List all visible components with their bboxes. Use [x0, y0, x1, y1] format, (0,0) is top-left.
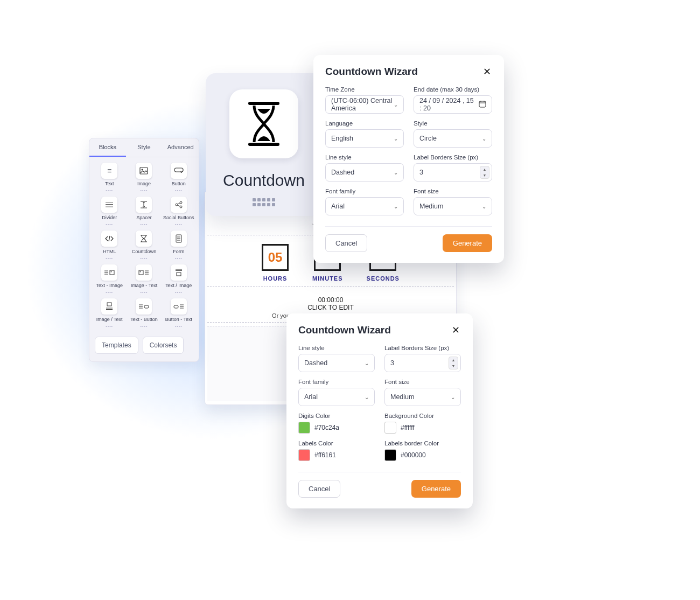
- text-icon: ≡: [101, 163, 117, 179]
- hourglass-icon: [136, 231, 152, 247]
- fontfamily-select[interactable]: Arial⌄: [325, 197, 404, 215]
- text-over-image-icon: [171, 264, 187, 281]
- text-image-icon: [101, 264, 117, 281]
- svg-point-24: [140, 271, 141, 273]
- minutes-label: MINUTES: [312, 275, 343, 282]
- language-label: Language: [325, 120, 404, 127]
- generate-button[interactable]: Generate: [411, 480, 461, 498]
- tab-style[interactable]: Style: [126, 138, 163, 157]
- close-icon[interactable]: ✕: [481, 66, 492, 77]
- generate-button[interactable]: Generate: [443, 234, 492, 252]
- svg-rect-23: [139, 270, 143, 275]
- colorsets-button[interactable]: Colorsets: [143, 337, 184, 354]
- image-text-icon: [136, 264, 152, 281]
- chevron-down-icon: ⌄: [482, 136, 486, 142]
- svg-point-11: [180, 206, 182, 208]
- bordersize-input[interactable]: 3 ▲▼: [414, 163, 492, 182]
- block-button-text[interactable]: Button - Text ••••: [163, 298, 194, 328]
- cancel-button[interactable]: Cancel: [298, 480, 340, 498]
- fontfamily-label: Font family: [325, 188, 404, 194]
- digits-color-swatch[interactable]: [298, 422, 310, 434]
- style-label: Style: [414, 120, 492, 127]
- svg-rect-30: [177, 273, 181, 276]
- linestyle-select[interactable]: Dashed⌄: [325, 163, 404, 182]
- wizard-title: Countdown Wizard: [325, 66, 418, 78]
- fontsize-select[interactable]: Medium⌄: [384, 388, 461, 406]
- block-html[interactable]: HTML ••••: [94, 231, 125, 260]
- svg-rect-0: [140, 168, 148, 174]
- block-text-over-image[interactable]: Text / Image ••••: [163, 264, 194, 294]
- svg-rect-2: [174, 168, 183, 172]
- svg-rect-38: [174, 305, 178, 308]
- block-text-button[interactable]: Text - Button ••••: [128, 298, 159, 328]
- svg-point-9: [176, 204, 178, 206]
- number-spinner[interactable]: ▲▼: [480, 166, 489, 179]
- block-image[interactable]: Image ••••: [128, 163, 159, 192]
- labels-color-label: Labels Color: [298, 440, 375, 446]
- svg-point-1: [142, 169, 143, 171]
- enddate-label: End date (max 30 days): [414, 86, 492, 93]
- svg-line-13: [178, 205, 180, 206]
- templates-button[interactable]: Templates: [95, 337, 138, 354]
- labels-border-color-label: Labels border Color: [384, 440, 461, 446]
- language-select[interactable]: English⌄: [325, 129, 404, 148]
- digits-color-label: Digits Color: [298, 413, 375, 419]
- chevron-down-icon: ⌄: [394, 170, 398, 176]
- digits-color-hex: #70c24a: [314, 424, 339, 431]
- spacer-icon: [136, 197, 152, 213]
- bordersize-input[interactable]: 3 ▲▼: [384, 354, 461, 372]
- labels-border-color-swatch[interactable]: [384, 449, 396, 461]
- labels-color-hex: #ff6161: [314, 451, 336, 459]
- block-image-over-text[interactable]: Image / Text ••••: [94, 298, 125, 328]
- cancel-button[interactable]: Cancel: [325, 234, 367, 252]
- chevron-down-icon: ⌄: [482, 204, 486, 210]
- drag-handle-icon[interactable]: [253, 198, 275, 206]
- fontsize-select[interactable]: Medium⌄: [414, 197, 492, 215]
- close-icon[interactable]: ✕: [450, 325, 461, 336]
- countdown-block-card[interactable]: Countdown: [206, 73, 322, 216]
- block-countdown[interactable]: Countdown ••••: [128, 231, 159, 260]
- linestyle-select[interactable]: Dashed⌄: [298, 354, 375, 372]
- tab-advanced[interactable]: Advanced: [162, 138, 199, 157]
- bg-color-label: Background Color: [384, 413, 461, 419]
- block-divider[interactable]: Divider ••••: [94, 197, 125, 226]
- block-text[interactable]: ≡ Text ••••: [94, 163, 125, 192]
- image-icon: [136, 163, 152, 179]
- click-to-edit[interactable]: CLICK TO EDIT: [207, 304, 454, 311]
- divider-icon: [101, 197, 117, 213]
- svg-rect-31: [107, 303, 111, 306]
- button-text-icon: [171, 298, 187, 315]
- svg-rect-44: [479, 101, 486, 107]
- html-icon: [101, 231, 117, 247]
- labels-color-swatch[interactable]: [298, 449, 310, 461]
- form-icon: [171, 231, 187, 247]
- number-spinner[interactable]: ▲▼: [449, 357, 458, 369]
- svg-rect-37: [144, 305, 149, 308]
- block-social-buttons[interactable]: Social Buttons ••••: [163, 197, 194, 226]
- chevron-down-icon: ⌄: [394, 204, 398, 210]
- bordersize-label: Label Borders Size (px): [384, 345, 461, 351]
- seconds-label: SECONDS: [367, 275, 400, 282]
- fontfamily-select[interactable]: Arial⌄: [298, 388, 375, 406]
- fontsize-label: Font size: [384, 379, 461, 385]
- chevron-down-icon: ⌄: [394, 102, 398, 108]
- bg-color-swatch[interactable]: [384, 422, 396, 434]
- countdown-card-title: Countdown: [223, 171, 305, 190]
- block-form[interactable]: Form ••••: [163, 231, 194, 260]
- block-spacer[interactable]: Spacer ••••: [128, 197, 159, 226]
- linestyle-label: Line style: [325, 154, 404, 161]
- bg-color-hex: #ffffff: [401, 424, 415, 431]
- tab-blocks[interactable]: Blocks: [89, 138, 126, 157]
- enddate-input[interactable]: 24 / 09 / 2024 , 15 : 20: [414, 95, 492, 114]
- style-select[interactable]: Circle⌄: [414, 129, 492, 148]
- fontsize-label: Font size: [414, 188, 492, 194]
- countdown-wizard-bottom: Countdown Wizard ✕ Line style Dashed⌄ La…: [286, 313, 473, 508]
- hours-label: HOURS: [263, 275, 288, 282]
- block-text-image[interactable]: Text - Image ••••: [94, 264, 125, 294]
- block-image-text[interactable]: Image - Text ••••: [128, 264, 159, 294]
- timezone-select[interactable]: (UTC-06:00) Central America ⌄: [325, 95, 404, 114]
- social-icon: [171, 197, 187, 213]
- bordersize-label: Label Borders Size (px): [414, 154, 492, 161]
- block-button[interactable]: Button ••••: [163, 163, 194, 192]
- svg-point-10: [180, 201, 182, 204]
